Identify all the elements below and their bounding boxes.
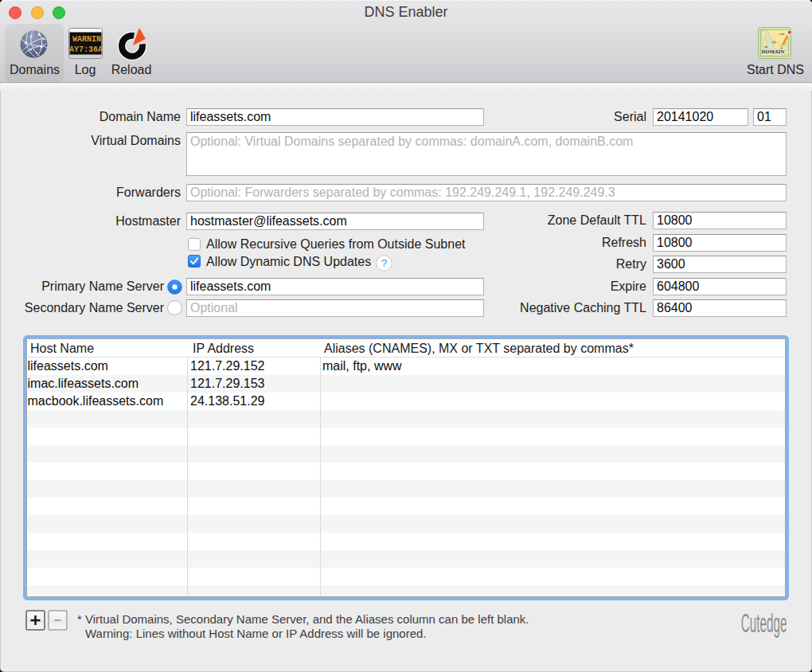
- svg-text:WARNIN: WARNIN: [72, 35, 101, 44]
- svg-text:?: ?: [381, 257, 388, 269]
- svg-text:.com: .com: [779, 33, 785, 36]
- svg-text:.org: .org: [771, 41, 776, 44]
- svg-text:DOMAIN: DOMAIN: [762, 49, 785, 54]
- svg-text:AY7:36A: AY7:36A: [69, 45, 103, 54]
- svg-text:.biz: .biz: [764, 45, 769, 49]
